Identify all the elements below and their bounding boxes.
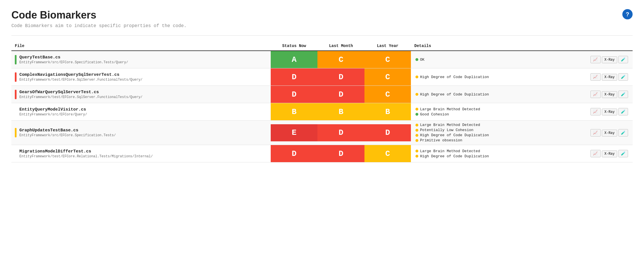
grade-box-status: D	[271, 145, 317, 162]
xray-button[interactable]: X-Ray	[602, 150, 617, 157]
file-name: ComplexNavigationsQuerySqlServerTest.cs	[19, 72, 267, 77]
side-indicator	[15, 107, 17, 117]
details-cell: High Degree of Code Duplication	[411, 68, 587, 86]
beaker-icon: 🧪	[621, 75, 625, 79]
details-cell: Large Brain Method DetectedPotentially L…	[411, 121, 587, 145]
status-now-cell: E	[271, 121, 317, 145]
beaker-button[interactable]: 🧪	[618, 150, 628, 157]
detail-item: Good Cohesion	[415, 112, 582, 117]
beaker-button[interactable]: 🧪	[618, 129, 628, 136]
detail-text: High Degree of Code Duplication	[420, 75, 489, 79]
file-path: EntityFramework/src/EFCore/Query/	[19, 113, 267, 117]
trend-button[interactable]: 📈	[590, 129, 601, 136]
file-path: EntityFramework/test/EFCore.SqlServer.Fu…	[19, 78, 267, 82]
beaker-icon: 🧪	[621, 109, 625, 114]
details-cell: Large Brain Method DetectedHigh Degree o…	[411, 145, 587, 162]
actions-cell: 📈X-Ray🧪	[587, 68, 633, 86]
trend-button[interactable]: 📈	[590, 56, 601, 63]
status-dot	[415, 58, 418, 61]
last-month-cell: D	[317, 121, 364, 145]
trend-button[interactable]: 📈	[590, 91, 601, 98]
detail-text: High Degree of Code Duplication	[420, 133, 489, 137]
last-year-cell: D	[364, 121, 411, 145]
col-header-last-month: Last Month	[317, 41, 364, 51]
grade-box-last-month: C	[317, 51, 364, 68]
trend-button[interactable]: 📈	[590, 73, 601, 81]
file-cell: EntityQueryModelVisitor.csEntityFramewor…	[11, 103, 271, 121]
actions-cell: 📈X-Ray🧪	[587, 86, 633, 103]
grade-box-status: E	[271, 124, 317, 141]
last-month-cell: D	[317, 86, 364, 103]
xray-button[interactable]: X-Ray	[602, 130, 617, 136]
status-dot	[415, 108, 418, 111]
beaker-button[interactable]: 🧪	[618, 56, 628, 63]
side-indicator	[15, 55, 17, 64]
last-year-cell: B	[364, 103, 411, 121]
grade-box-status: D	[271, 86, 317, 103]
side-indicator	[15, 128, 17, 137]
file-cell: QueryTestBase.csEntityFramework/src/EFCo…	[11, 51, 271, 68]
side-indicator	[15, 90, 17, 99]
beaker-icon: 🧪	[621, 92, 625, 97]
grade-box-last-month: B	[317, 103, 364, 120]
file-name: EntityQueryModelVisitor.cs	[19, 107, 267, 112]
status-now-cell: A	[271, 51, 317, 68]
col-header-last-year: Last Year	[364, 41, 411, 51]
divider	[11, 35, 633, 36]
file-name: QueryTestBase.cs	[19, 55, 267, 60]
actions-cell: 📈X-Ray🧪	[587, 51, 633, 68]
beaker-button[interactable]: 🧪	[618, 73, 628, 81]
file-cell: GearsOfWarQuerySqlServerTest.csEntityFra…	[11, 86, 271, 103]
file-cell: ComplexNavigationsQuerySqlServerTest.csE…	[11, 68, 271, 86]
grade-box-status: D	[271, 68, 317, 85]
detail-item: High Degree of Code Duplication	[415, 133, 582, 137]
table-row: QueryTestBase.csEntityFramework/src/EFCo…	[11, 51, 633, 68]
grade-box-last-year: D	[364, 124, 411, 141]
trend-icon: 📈	[593, 151, 598, 156]
last-month-cell: D	[317, 68, 364, 86]
last-year-cell: C	[364, 145, 411, 162]
xray-button[interactable]: X-Ray	[602, 109, 617, 115]
details-cell: OK	[411, 51, 587, 68]
grade-box-last-month: D	[317, 145, 364, 162]
detail-text: Potentially Low Cohesion	[420, 128, 473, 132]
page-subtitle: Code Biomarkers aim to indicate specific…	[11, 23, 633, 28]
status-dot	[415, 113, 418, 116]
help-button[interactable]: ?	[622, 9, 633, 19]
last-year-cell: C	[364, 51, 411, 68]
file-name: GearsOfWarQuerySqlServerTest.cs	[19, 90, 267, 95]
trend-icon: 📈	[593, 109, 598, 114]
xray-button[interactable]: X-Ray	[602, 56, 617, 63]
last-year-cell: C	[364, 86, 411, 103]
xray-button[interactable]: X-Ray	[602, 91, 617, 98]
file-name: GraphUpdatesTestBase.cs	[19, 128, 267, 133]
detail-text: High Degree of Code Duplication	[420, 154, 489, 158]
detail-item: Primitive obsession	[415, 138, 582, 142]
grade-box-last-year: B	[364, 103, 411, 120]
grade-box-last-year: C	[364, 51, 411, 68]
status-dot	[415, 139, 418, 142]
last-month-cell: C	[317, 51, 364, 68]
beaker-button[interactable]: 🧪	[618, 108, 628, 115]
trend-button[interactable]: 📈	[590, 108, 601, 115]
xray-button[interactable]: X-Ray	[602, 74, 617, 81]
status-dot	[415, 124, 418, 127]
trend-icon: 📈	[593, 57, 598, 62]
file-path: EntityFramework/test/EFCore.SqlServer.Fu…	[19, 95, 267, 99]
table-body: QueryTestBase.csEntityFramework/src/EFCo…	[11, 51, 633, 162]
status-dot	[415, 134, 418, 137]
side-indicator	[15, 72, 17, 82]
beaker-icon: 🧪	[621, 57, 625, 62]
file-path: EntityFramework/src/EFCore.Specification…	[19, 133, 267, 137]
table-row: EntityQueryModelVisitor.csEntityFramewor…	[11, 103, 633, 121]
page-title: Code Biomarkers	[11, 9, 633, 21]
status-dot	[415, 129, 418, 132]
grade-box-last-year: C	[364, 68, 411, 85]
last-month-cell: B	[317, 103, 364, 121]
detail-text: Good Cohesion	[420, 112, 449, 117]
trend-button[interactable]: 📈	[590, 150, 601, 157]
beaker-button[interactable]: 🧪	[618, 91, 628, 98]
status-dot	[415, 155, 418, 158]
file-cell: GraphUpdatesTestBase.csEntityFramework/s…	[11, 121, 271, 145]
file-path: EntityFramework/src/EFCore.Specification…	[19, 60, 267, 64]
